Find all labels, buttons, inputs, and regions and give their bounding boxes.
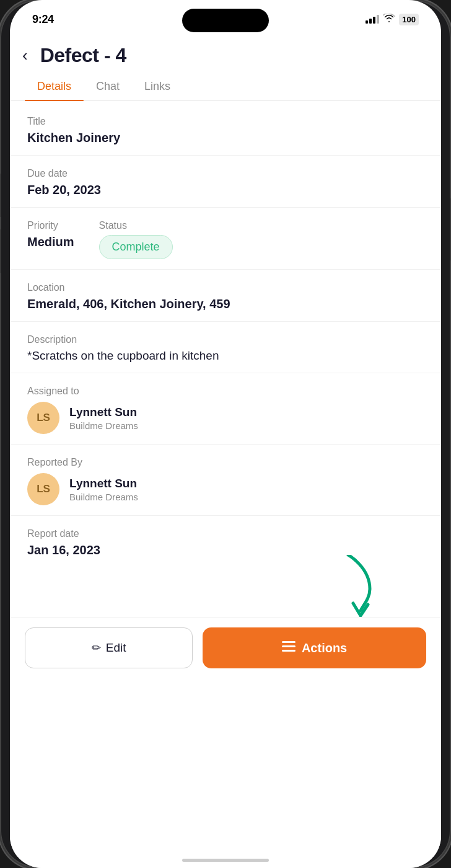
phone-screen: 9:24 100 bbox=[10, 0, 441, 868]
description-value: *Scratchs on the cupboard in kitchen bbox=[27, 349, 424, 363]
assigned-person-row: LS Lynnett Sun Buildme Dreams bbox=[27, 402, 424, 434]
reported-person-info: Lynnett Sun Buildme Dreams bbox=[69, 477, 138, 502]
reported-by-label: Reported By bbox=[27, 457, 424, 468]
dynamic-island bbox=[182, 9, 269, 32]
priority-status-row: Priority Medium Status Complete bbox=[10, 208, 441, 269]
priority-label: Priority bbox=[27, 220, 74, 231]
tab-chat[interactable]: Chat bbox=[84, 73, 132, 100]
priority-section: Priority Medium bbox=[27, 220, 74, 249]
status-section: Status Complete bbox=[99, 220, 173, 259]
actions-button[interactable]: Actions bbox=[203, 627, 426, 668]
assigned-avatar: LS bbox=[27, 402, 59, 434]
due-date-section: Due date Feb 20, 2023 bbox=[10, 156, 441, 207]
svg-rect-2 bbox=[282, 650, 296, 652]
bottom-buttons: ✏ Edit Actions bbox=[10, 617, 441, 686]
screen-content[interactable]: ‹ Defect - 4 Details Chat Links Title Ki… bbox=[10, 33, 441, 868]
volume-up-button[interactable] bbox=[0, 174, 1, 217]
assigned-to-label: Assigned to bbox=[27, 386, 424, 397]
svg-rect-0 bbox=[282, 641, 296, 643]
status-badge: Complete bbox=[99, 235, 173, 259]
description-label: Description bbox=[27, 334, 424, 345]
teal-arrow-annotation bbox=[336, 555, 379, 617]
volume-down-button[interactable] bbox=[0, 229, 1, 273]
assigned-org: Buildme Dreams bbox=[69, 420, 138, 431]
tab-details[interactable]: Details bbox=[25, 73, 84, 100]
priority-value: Medium bbox=[27, 235, 74, 249]
status-icons: 100 bbox=[366, 14, 419, 25]
description-section: Description *Scratchs on the cupboard in… bbox=[10, 322, 441, 373]
assigned-person-info: Lynnett Sun Buildme Dreams bbox=[69, 405, 138, 431]
assigned-to-section: Assigned to LS Lynnett Sun Buildme Dream… bbox=[10, 373, 441, 444]
reported-person-row: LS Lynnett Sun Buildme Dreams bbox=[27, 473, 424, 505]
status-time: 9:24 bbox=[32, 13, 54, 26]
actions-label: Actions bbox=[302, 641, 347, 655]
battery-icon: 100 bbox=[399, 14, 419, 25]
reported-by-section: Reported By LS Lynnett Sun Buildme Dream… bbox=[10, 445, 441, 515]
report-date-label: Report date bbox=[27, 528, 424, 539]
title-section: Title Kitchen Joinery bbox=[10, 104, 441, 155]
tab-links[interactable]: Links bbox=[132, 73, 183, 100]
assigned-name: Lynnett Sun bbox=[69, 405, 138, 419]
edit-icon: ✏ bbox=[92, 641, 101, 655]
page-header: ‹ Defect - 4 bbox=[10, 33, 441, 73]
location-value: Emerald, 406, Kitchen Joinery, 459 bbox=[27, 297, 424, 311]
due-date-value: Feb 20, 2023 bbox=[27, 183, 424, 197]
reported-org: Buildme Dreams bbox=[69, 492, 138, 502]
back-button[interactable]: ‹ bbox=[22, 43, 33, 68]
status-label: Status bbox=[99, 220, 173, 231]
home-indicator bbox=[182, 859, 269, 862]
phone-frame: 9:24 100 bbox=[0, 0, 451, 868]
edit-button[interactable]: ✏ Edit bbox=[25, 627, 193, 668]
svg-rect-1 bbox=[282, 645, 296, 647]
reported-avatar: LS bbox=[27, 473, 59, 505]
signal-icon bbox=[366, 15, 379, 24]
location-section: Location Emerald, 406, Kitchen Joinery, … bbox=[10, 270, 441, 321]
due-date-label: Due date bbox=[27, 168, 424, 179]
arrow-container bbox=[10, 567, 441, 617]
tabs-container: Details Chat Links bbox=[10, 73, 441, 101]
reported-name: Lynnett Sun bbox=[69, 477, 138, 490]
edit-label: Edit bbox=[106, 641, 126, 655]
actions-icon bbox=[282, 640, 296, 656]
page-title: Defect - 4 bbox=[40, 44, 126, 67]
title-label: Title bbox=[27, 116, 424, 127]
wifi-icon bbox=[383, 14, 395, 25]
title-value: Kitchen Joinery bbox=[27, 131, 424, 145]
location-label: Location bbox=[27, 282, 424, 293]
